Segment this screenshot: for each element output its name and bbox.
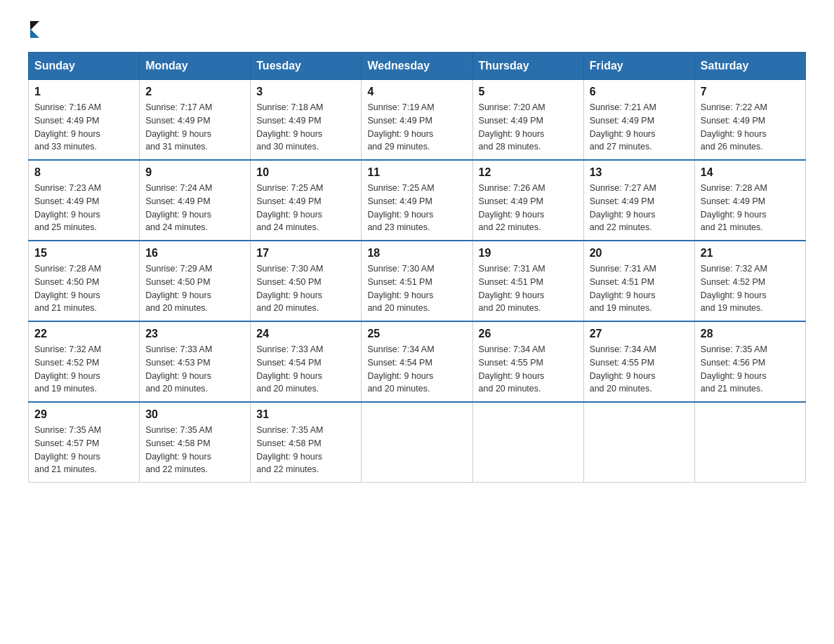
day-number: 18 xyxy=(367,247,466,260)
calendar-day-cell: 6 Sunrise: 7:21 AMSunset: 4:49 PMDayligh… xyxy=(583,80,694,161)
day-info: Sunrise: 7:16 AMSunset: 4:49 PMDaylight:… xyxy=(34,101,133,154)
calendar-day-cell: 17 Sunrise: 7:30 AMSunset: 4:50 PMDaylig… xyxy=(251,241,362,321)
day-info: Sunrise: 7:27 AMSunset: 4:49 PMDaylight:… xyxy=(590,182,689,234)
calendar-week-row: 15 Sunrise: 7:28 AMSunset: 4:50 PMDaylig… xyxy=(29,241,806,321)
day-info: Sunrise: 7:22 AMSunset: 4:49 PMDaylight:… xyxy=(701,101,800,154)
calendar-week-row: 8 Sunrise: 7:23 AMSunset: 4:49 PMDayligh… xyxy=(29,160,806,241)
calendar-day-cell xyxy=(472,402,583,483)
day-info: Sunrise: 7:24 AMSunset: 4:49 PMDaylight:… xyxy=(145,182,244,234)
calendar-header-row: SundayMondayTuesdayWednesdayThursdayFrid… xyxy=(29,53,806,80)
day-of-week-header: Friday xyxy=(583,53,694,80)
calendar-day-cell: 23 Sunrise: 7:33 AMSunset: 4:53 PMDaylig… xyxy=(140,321,251,402)
day-of-week-header: Wednesday xyxy=(362,53,472,80)
day-number: 6 xyxy=(590,86,689,98)
day-info: Sunrise: 7:25 AMSunset: 4:49 PMDaylight:… xyxy=(367,182,466,234)
calendar-week-row: 29 Sunrise: 7:35 AMSunset: 4:57 PMDaylig… xyxy=(29,402,806,483)
day-info: Sunrise: 7:23 AMSunset: 4:49 PMDaylight:… xyxy=(34,182,133,234)
day-info: Sunrise: 7:35 AMSunset: 4:57 PMDaylight:… xyxy=(34,424,133,476)
day-of-week-header: Thursday xyxy=(472,53,583,80)
calendar-day-cell: 4 Sunrise: 7:19 AMSunset: 4:49 PMDayligh… xyxy=(362,80,472,161)
day-info: Sunrise: 7:35 AMSunset: 4:58 PMDaylight:… xyxy=(145,424,244,476)
day-info: Sunrise: 7:17 AMSunset: 4:49 PMDaylight:… xyxy=(145,101,244,154)
day-of-week-header: Tuesday xyxy=(251,53,362,80)
logo xyxy=(28,21,39,38)
calendar-day-cell xyxy=(694,402,805,483)
calendar-day-cell: 2 Sunrise: 7:17 AMSunset: 4:49 PMDayligh… xyxy=(140,80,251,161)
calendar-table: SundayMondayTuesdayWednesdayThursdayFrid… xyxy=(28,52,806,483)
calendar-day-cell: 7 Sunrise: 7:22 AMSunset: 4:49 PMDayligh… xyxy=(694,80,805,161)
day-info: Sunrise: 7:32 AMSunset: 4:52 PMDaylight:… xyxy=(34,343,133,396)
calendar-day-cell: 11 Sunrise: 7:25 AMSunset: 4:49 PMDaylig… xyxy=(362,160,472,241)
day-number: 2 xyxy=(145,86,244,98)
day-number: 31 xyxy=(256,408,355,421)
day-info: Sunrise: 7:33 AMSunset: 4:54 PMDaylight:… xyxy=(256,343,355,396)
day-number: 14 xyxy=(701,166,800,179)
day-number: 4 xyxy=(367,86,466,98)
calendar-day-cell: 8 Sunrise: 7:23 AMSunset: 4:49 PMDayligh… xyxy=(29,160,140,241)
calendar-day-cell: 29 Sunrise: 7:35 AMSunset: 4:57 PMDaylig… xyxy=(29,402,140,483)
day-number: 24 xyxy=(256,328,355,340)
day-number: 22 xyxy=(34,328,133,340)
day-info: Sunrise: 7:19 AMSunset: 4:49 PMDaylight:… xyxy=(367,101,466,154)
day-info: Sunrise: 7:18 AMSunset: 4:49 PMDaylight:… xyxy=(256,101,355,154)
calendar-day-cell: 14 Sunrise: 7:28 AMSunset: 4:49 PMDaylig… xyxy=(694,160,805,241)
calendar-day-cell: 30 Sunrise: 7:35 AMSunset: 4:58 PMDaylig… xyxy=(140,402,251,483)
day-number: 3 xyxy=(256,86,355,98)
calendar-day-cell: 20 Sunrise: 7:31 AMSunset: 4:51 PMDaylig… xyxy=(583,241,694,321)
day-number: 20 xyxy=(590,247,689,260)
day-info: Sunrise: 7:32 AMSunset: 4:52 PMDaylight:… xyxy=(701,262,800,315)
day-number: 30 xyxy=(145,408,244,421)
calendar-day-cell: 25 Sunrise: 7:34 AMSunset: 4:54 PMDaylig… xyxy=(362,321,472,402)
day-number: 29 xyxy=(34,408,133,421)
calendar-day-cell: 9 Sunrise: 7:24 AMSunset: 4:49 PMDayligh… xyxy=(140,160,251,241)
day-number: 17 xyxy=(256,247,355,260)
day-info: Sunrise: 7:34 AMSunset: 4:55 PMDaylight:… xyxy=(590,343,689,396)
day-info: Sunrise: 7:31 AMSunset: 4:51 PMDaylight:… xyxy=(479,262,578,315)
day-number: 16 xyxy=(145,247,244,260)
calendar-day-cell: 26 Sunrise: 7:34 AMSunset: 4:55 PMDaylig… xyxy=(472,321,583,402)
calendar-day-cell: 19 Sunrise: 7:31 AMSunset: 4:51 PMDaylig… xyxy=(472,241,583,321)
day-number: 19 xyxy=(479,247,578,260)
calendar-day-cell: 10 Sunrise: 7:25 AMSunset: 4:49 PMDaylig… xyxy=(251,160,362,241)
calendar-day-cell: 27 Sunrise: 7:34 AMSunset: 4:55 PMDaylig… xyxy=(583,321,694,402)
day-info: Sunrise: 7:31 AMSunset: 4:51 PMDaylight:… xyxy=(590,262,689,315)
day-of-week-header: Sunday xyxy=(29,53,140,80)
day-info: Sunrise: 7:20 AMSunset: 4:49 PMDaylight:… xyxy=(479,101,578,154)
day-number: 25 xyxy=(367,328,466,340)
calendar-week-row: 1 Sunrise: 7:16 AMSunset: 4:49 PMDayligh… xyxy=(29,80,806,161)
calendar-day-cell: 3 Sunrise: 7:18 AMSunset: 4:49 PMDayligh… xyxy=(251,80,362,161)
calendar-day-cell: 28 Sunrise: 7:35 AMSunset: 4:56 PMDaylig… xyxy=(694,321,805,402)
calendar-week-row: 22 Sunrise: 7:32 AMSunset: 4:52 PMDaylig… xyxy=(29,321,806,402)
day-info: Sunrise: 7:35 AMSunset: 4:56 PMDaylight:… xyxy=(701,343,800,396)
day-info: Sunrise: 7:28 AMSunset: 4:50 PMDaylight:… xyxy=(34,262,133,315)
calendar-day-cell xyxy=(583,402,694,483)
day-number: 13 xyxy=(590,166,689,179)
day-info: Sunrise: 7:28 AMSunset: 4:49 PMDaylight:… xyxy=(701,182,800,234)
day-of-week-header: Monday xyxy=(140,53,251,80)
day-number: 9 xyxy=(145,166,244,179)
calendar-day-cell: 22 Sunrise: 7:32 AMSunset: 4:52 PMDaylig… xyxy=(29,321,140,402)
page-header xyxy=(28,21,806,38)
calendar-day-cell: 13 Sunrise: 7:27 AMSunset: 4:49 PMDaylig… xyxy=(583,160,694,241)
calendar-day-cell: 12 Sunrise: 7:26 AMSunset: 4:49 PMDaylig… xyxy=(472,160,583,241)
day-number: 15 xyxy=(34,247,133,260)
calendar-day-cell: 24 Sunrise: 7:33 AMSunset: 4:54 PMDaylig… xyxy=(251,321,362,402)
calendar-day-cell: 31 Sunrise: 7:35 AMSunset: 4:58 PMDaylig… xyxy=(251,402,362,483)
calendar-day-cell: 5 Sunrise: 7:20 AMSunset: 4:49 PMDayligh… xyxy=(472,80,583,161)
day-number: 23 xyxy=(145,328,244,340)
day-number: 8 xyxy=(34,166,133,179)
calendar-day-cell: 1 Sunrise: 7:16 AMSunset: 4:49 PMDayligh… xyxy=(29,80,140,161)
day-of-week-header: Saturday xyxy=(694,53,805,80)
day-number: 7 xyxy=(701,86,800,98)
day-info: Sunrise: 7:30 AMSunset: 4:50 PMDaylight:… xyxy=(256,262,355,315)
day-info: Sunrise: 7:34 AMSunset: 4:54 PMDaylight:… xyxy=(367,343,466,396)
calendar-day-cell: 21 Sunrise: 7:32 AMSunset: 4:52 PMDaylig… xyxy=(694,241,805,321)
calendar-day-cell: 16 Sunrise: 7:29 AMSunset: 4:50 PMDaylig… xyxy=(140,241,251,321)
day-number: 1 xyxy=(34,86,133,98)
day-number: 21 xyxy=(701,247,800,260)
day-info: Sunrise: 7:34 AMSunset: 4:55 PMDaylight:… xyxy=(479,343,578,396)
calendar-day-cell: 15 Sunrise: 7:28 AMSunset: 4:50 PMDaylig… xyxy=(29,241,140,321)
day-number: 10 xyxy=(256,166,355,179)
day-info: Sunrise: 7:35 AMSunset: 4:58 PMDaylight:… xyxy=(256,424,355,476)
day-info: Sunrise: 7:21 AMSunset: 4:49 PMDaylight:… xyxy=(590,101,689,154)
